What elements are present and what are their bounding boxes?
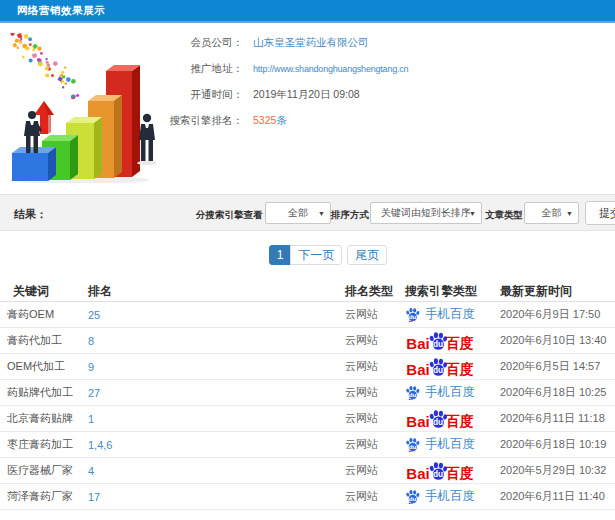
column-header: 关键词: [0, 283, 88, 300]
table-row: 菏泽膏药厂家17云网站du手机百度2020年6月11日 11:40: [0, 484, 615, 510]
rank-type-cell: 云网站: [345, 411, 405, 426]
rank-cell[interactable]: 17: [88, 491, 345, 503]
column-header: 排名类型: [345, 283, 405, 300]
svg-text:du: du: [433, 416, 443, 426]
column-header: 排名: [88, 283, 345, 300]
rank-cell[interactable]: 25: [88, 309, 345, 321]
update-time-cell: 2020年5月29日 10:32: [500, 463, 615, 478]
keyword-cell: OEM代加工: [0, 359, 88, 374]
mobile-baidu-logo: du手机百度: [405, 384, 475, 401]
update-time-cell: 2020年6月18日 10:25: [500, 385, 615, 400]
table-row: 医疗器械厂家4云网站Baidu百度2020年5月29日 10:32: [0, 458, 615, 484]
keyword-cell: 北京膏药贴牌: [0, 411, 88, 426]
keyword-cell: 枣庄膏药加工: [0, 437, 88, 452]
next-page-button[interactable]: 下一页: [290, 245, 342, 265]
table-row: OEM代加工9云网站Baidu百度2020年6月5日 14:57: [0, 354, 615, 380]
mobile-baidu-logo: du手机百度: [405, 436, 475, 453]
filter-bar: 结果： 分搜索引擎查看 全部▼ 排序方式 关键词由短到长排序▼ 文章类型 全部▼…: [0, 194, 615, 231]
article-type-label: 文章类型: [485, 209, 523, 222]
info-value-link[interactable]: http://www.shandonghuangshengtang.cn: [253, 64, 408, 74]
submit-button[interactable]: 提交: [585, 201, 615, 225]
keyword-cell: 膏药代加工: [0, 333, 88, 348]
baidu-logo: Baidu百度: [406, 461, 473, 481]
article-type-select[interactable]: 全部▼: [524, 202, 579, 224]
column-header: 搜索引擎类型: [405, 283, 500, 300]
rank-cell[interactable]: 1: [88, 413, 345, 425]
ranking-count-unit: 条: [276, 114, 287, 126]
svg-text:du: du: [433, 364, 443, 374]
rank-cell[interactable]: 9: [88, 361, 345, 373]
sort-label: 排序方式: [331, 209, 369, 222]
engine-select[interactable]: 全部▼: [265, 202, 331, 224]
baidu-logo: Baidu百度: [406, 357, 473, 377]
baidu-paw-icon: du: [428, 357, 448, 377]
svg-text:du: du: [409, 313, 417, 320]
baidu-paw-icon: du: [405, 489, 420, 504]
engine-cell: Baidu百度: [405, 461, 500, 481]
results-table: 关键词排名排名类型搜索引擎类型最新更新时间 膏药OEM25云网站du手机百度20…: [0, 281, 615, 510]
rank-cell[interactable]: 27: [88, 387, 345, 399]
keyword-cell: 菏泽膏药厂家: [0, 489, 88, 504]
rank-type-cell: 云网站: [345, 307, 405, 322]
engine-cell: du手机百度: [405, 488, 500, 505]
mobile-baidu-logo: du手机百度: [405, 488, 475, 505]
baidu-logo: Baidu百度: [406, 409, 473, 429]
table-row: 枣庄膏药加工1,4,6云网站du手机百度2020年6月18日 10:19: [0, 432, 615, 458]
info-label: 会员公司：: [118, 36, 243, 50]
ranking-count: 5325: [253, 114, 276, 126]
rank-type-cell: 云网站: [345, 463, 405, 478]
chevron-down-icon: ▼: [469, 210, 476, 217]
update-time-cell: 2020年6月11日 11:18: [500, 411, 615, 426]
info-row: 搜索引擎排名：5325条: [118, 108, 408, 134]
rank-cell[interactable]: 4: [88, 465, 345, 477]
info-value: 5325条: [253, 114, 287, 128]
baidu-paw-icon: du: [405, 437, 420, 452]
column-header: 最新更新时间: [500, 283, 615, 300]
info-label: 推广地址：: [118, 62, 243, 76]
chevron-down-icon: ▼: [318, 210, 325, 217]
rank-type-cell: 云网站: [345, 359, 405, 374]
sort-select[interactable]: 关键词由短到长排序▼: [370, 202, 482, 224]
mobile-baidu-logo: du手机百度: [405, 306, 475, 323]
svg-text:du: du: [433, 468, 443, 478]
update-time-cell: 2020年6月18日 10:19: [500, 437, 615, 452]
svg-text:du: du: [409, 495, 417, 502]
last-page-button[interactable]: 尾页: [347, 245, 387, 265]
engine-cell: du手机百度: [405, 306, 500, 323]
engine-cell: Baidu百度: [405, 409, 500, 429]
update-time-cell: 2020年6月5日 14:57: [500, 359, 615, 374]
baidu-paw-icon: du: [405, 307, 420, 322]
svg-text:du: du: [433, 338, 443, 348]
engine-cell: du手机百度: [405, 436, 500, 453]
page-1-button[interactable]: 1: [269, 245, 292, 265]
keyword-cell: 膏药OEM: [0, 307, 88, 322]
rank-cell[interactable]: 8: [88, 335, 345, 347]
baidu-paw-icon: du: [405, 385, 420, 400]
engine-cell: du手机百度: [405, 384, 500, 401]
svg-text:du: du: [409, 443, 417, 450]
info-row: 会员公司：山东皇圣堂药业有限公司: [118, 30, 408, 56]
rank-type-cell: 云网站: [345, 437, 405, 452]
info-label: 搜索引擎排名：: [118, 114, 243, 128]
update-time-cell: 2020年6月9日 17:50: [500, 307, 615, 322]
baidu-paw-icon: du: [428, 409, 448, 429]
update-time-cell: 2020年6月11日 11:40: [500, 489, 615, 504]
rank-type-cell: 云网站: [345, 385, 405, 400]
info-value: 2019年11月20日 09:08: [253, 88, 360, 102]
baidu-paw-icon: du: [428, 461, 448, 481]
page-header: 网络营销效果展示: [0, 0, 615, 23]
table-header-row: 关键词排名排名类型搜索引擎类型最新更新时间: [0, 281, 615, 302]
rank-cell[interactable]: 1,4,6: [88, 439, 345, 451]
keyword-cell: 医疗器械厂家: [0, 463, 88, 478]
chevron-down-icon: ▼: [566, 210, 573, 217]
table-row: 膏药代加工8云网站Baidu百度2020年6月10日 13:40: [0, 328, 615, 354]
update-time-cell: 2020年6月10日 13:40: [500, 333, 615, 348]
info-value-link[interactable]: 山东皇圣堂药业有限公司: [253, 36, 369, 50]
table-row: 膏药OEM25云网站du手机百度2020年6月9日 17:50: [0, 302, 615, 328]
svg-text:du: du: [409, 391, 417, 398]
page-title: 网络营销效果展示: [17, 4, 105, 18]
rank-type-cell: 云网站: [345, 489, 405, 504]
engine-cell: Baidu百度: [405, 331, 500, 351]
engine-filter-label: 分搜索引擎查看: [196, 209, 263, 222]
keyword-cell: 药贴牌代加工: [0, 385, 88, 400]
